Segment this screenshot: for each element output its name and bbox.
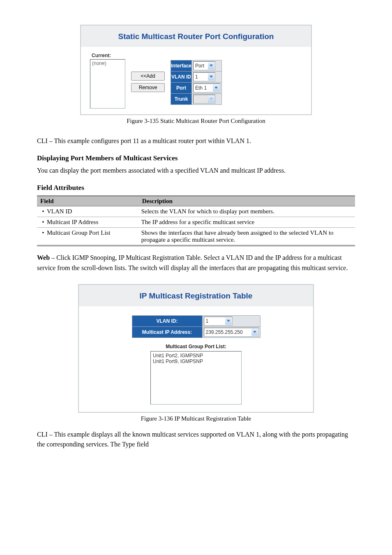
svg-marker-4 bbox=[227, 320, 230, 322]
svg-marker-1 bbox=[210, 76, 213, 78]
current-listbox[interactable]: (none) bbox=[90, 59, 125, 109]
table-row: •Multicast IP Address The IP address for… bbox=[37, 217, 355, 228]
mip-select[interactable]: 239.255.255.250 bbox=[202, 326, 260, 338]
section-heading: Displaying Port Members of Multicast Ser… bbox=[37, 154, 355, 162]
trunk-select bbox=[192, 94, 222, 105]
vlan-id-select[interactable]: 1 bbox=[202, 315, 260, 326]
hdr-port: Port bbox=[171, 83, 192, 94]
ip-multicast-panel: IP Multicast Registration Table VLAN ID:… bbox=[78, 284, 314, 413]
port-list-box[interactable]: Unit1 Port2, IGMPSNP Unit1 Port9, IGMPSN… bbox=[150, 351, 242, 405]
interface-select[interactable]: Port bbox=[192, 60, 222, 72]
intro-text: You can display the port members associa… bbox=[37, 166, 355, 176]
table-header-field: Field bbox=[37, 196, 139, 206]
list-item[interactable]: Unit1 Port2, IGMPSNP bbox=[153, 353, 239, 358]
svg-marker-0 bbox=[210, 65, 213, 67]
table-header-desc: Description bbox=[139, 196, 355, 206]
add-button[interactable]: <<Add bbox=[131, 72, 165, 81]
chevron-down-icon bbox=[208, 73, 214, 81]
chevron-down-icon bbox=[208, 62, 214, 69]
hdr-interface: Interface bbox=[171, 60, 192, 72]
web-instructions: Web – Click IGMP Snooping, IP Multicast … bbox=[37, 253, 355, 273]
figure-caption: Figure 3-136 IP Multicast Registration T… bbox=[37, 415, 355, 422]
chevron-down-icon bbox=[208, 95, 214, 103]
table-row: •VLAN ID Selects the VLAN for which to d… bbox=[37, 206, 355, 217]
port-list-label: Multicast Group Port List: bbox=[87, 344, 305, 349]
cli-outro: CLI – This example displays all the know… bbox=[37, 430, 355, 449]
chevron-down-icon bbox=[213, 84, 219, 92]
table-row: •Multicast Group Port List Shows the int… bbox=[37, 228, 355, 246]
port-select[interactable]: Eth 1 bbox=[192, 83, 222, 94]
chevron-down-icon bbox=[251, 328, 258, 336]
list-item[interactable]: Unit1 Port9, IGMPSNP bbox=[153, 358, 239, 364]
vlan-id-label: VLAN ID: bbox=[132, 315, 202, 326]
field-attribute-table: Field Description •VLAN ID Selects the V… bbox=[37, 195, 355, 246]
svg-marker-5 bbox=[253, 331, 256, 333]
vlan-select[interactable]: 1 bbox=[192, 72, 222, 83]
chevron-down-icon bbox=[225, 317, 232, 325]
static-mrouter-panel: Static Multicast Router Port Configurati… bbox=[80, 25, 312, 115]
panel-title: Static Multicast Router Port Configurati… bbox=[81, 25, 311, 47]
svg-marker-3 bbox=[210, 98, 213, 100]
figure-caption: Figure 3-135 Static Multicast Router Por… bbox=[37, 118, 355, 125]
current-label: Current: bbox=[90, 53, 125, 58]
config-grid: Interface Port VLAN ID 1 Por bbox=[171, 60, 222, 105]
field-attr-heading: Field Attributes bbox=[37, 184, 355, 192]
mip-label: Multicast IP Address: bbox=[132, 326, 202, 338]
svg-marker-2 bbox=[214, 87, 218, 89]
cli-intro: CLI – This example configures port 11 as… bbox=[37, 136, 355, 146]
remove-button[interactable]: Remove bbox=[131, 83, 165, 92]
panel-title: IP Multicast Registration Table bbox=[79, 285, 313, 306]
hdr-vlan: VLAN ID bbox=[171, 72, 192, 83]
hdr-trunk: Trunk bbox=[171, 94, 192, 105]
